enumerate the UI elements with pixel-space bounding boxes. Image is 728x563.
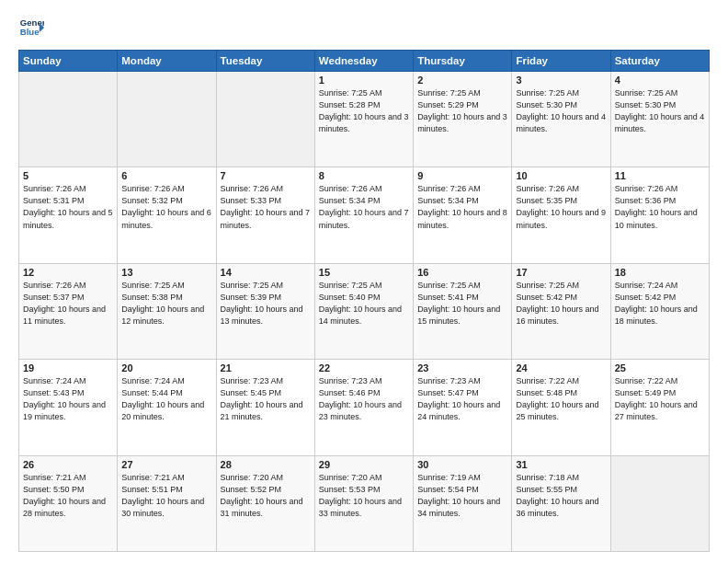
day-number: 27	[121, 459, 211, 470]
weekday-header: Monday	[118, 51, 216, 72]
day-number: 26	[23, 459, 113, 470]
day-info: Sunrise: 7:26 AMSunset: 5:32 PMDaylight:…	[121, 183, 211, 231]
calendar-cell: 11Sunrise: 7:26 AMSunset: 5:36 PMDayligh…	[610, 167, 709, 263]
day-number: 8	[319, 170, 409, 181]
day-number: 29	[319, 459, 409, 470]
calendar-week-row: 26Sunrise: 7:21 AMSunset: 5:50 PMDayligh…	[19, 455, 710, 551]
day-number: 25	[615, 362, 705, 373]
calendar-cell: 18Sunrise: 7:24 AMSunset: 5:42 PMDayligh…	[610, 263, 709, 359]
calendar-cell: 31Sunrise: 7:18 AMSunset: 5:55 PMDayligh…	[512, 455, 610, 551]
day-info: Sunrise: 7:25 AMSunset: 5:30 PMDaylight:…	[615, 87, 705, 135]
calendar-cell: 14Sunrise: 7:25 AMSunset: 5:39 PMDayligh…	[216, 263, 314, 359]
day-number: 12	[23, 267, 113, 278]
calendar-cell: 21Sunrise: 7:23 AMSunset: 5:45 PMDayligh…	[216, 360, 314, 455]
weekday-header: Wednesday	[314, 51, 413, 72]
day-info: Sunrise: 7:23 AMSunset: 5:45 PMDaylight:…	[221, 375, 311, 423]
day-number: 2	[417, 75, 507, 86]
calendar-cell: 25Sunrise: 7:22 AMSunset: 5:49 PMDayligh…	[610, 360, 709, 455]
day-number: 5	[23, 170, 113, 181]
calendar-week-row: 1Sunrise: 7:25 AMSunset: 5:28 PMDaylight…	[19, 72, 710, 167]
day-info: Sunrise: 7:25 AMSunset: 5:40 PMDaylight:…	[319, 280, 409, 327]
day-info: Sunrise: 7:26 AMSunset: 5:37 PMDaylight:…	[23, 280, 113, 327]
logo-icon: General Blue	[18, 15, 44, 40]
day-number: 11	[615, 170, 705, 181]
day-number: 9	[417, 170, 507, 181]
day-number: 28	[221, 459, 311, 470]
calendar-cell: 6Sunrise: 7:26 AMSunset: 5:32 PMDaylight…	[118, 167, 216, 263]
day-info: Sunrise: 7:18 AMSunset: 5:55 PMDaylight:…	[516, 472, 606, 520]
calendar-cell: 8Sunrise: 7:26 AMSunset: 5:34 PMDaylight…	[314, 167, 413, 263]
calendar-cell: 4Sunrise: 7:25 AMSunset: 5:30 PMDaylight…	[610, 72, 709, 167]
calendar-cell	[19, 72, 118, 167]
day-info: Sunrise: 7:21 AMSunset: 5:51 PMDaylight:…	[121, 472, 211, 520]
day-number: 6	[121, 170, 211, 181]
calendar-cell: 13Sunrise: 7:25 AMSunset: 5:38 PMDayligh…	[118, 263, 216, 359]
day-number: 23	[417, 362, 507, 373]
calendar-cell: 28Sunrise: 7:20 AMSunset: 5:52 PMDayligh…	[216, 455, 314, 551]
day-number: 10	[516, 170, 606, 181]
day-info: Sunrise: 7:26 AMSunset: 5:35 PMDaylight:…	[516, 183, 606, 231]
calendar-cell	[610, 455, 709, 551]
calendar-cell: 12Sunrise: 7:26 AMSunset: 5:37 PMDayligh…	[19, 263, 118, 359]
day-info: Sunrise: 7:25 AMSunset: 5:38 PMDaylight:…	[121, 280, 211, 327]
calendar-cell: 22Sunrise: 7:23 AMSunset: 5:46 PMDayligh…	[314, 360, 413, 455]
calendar-cell: 27Sunrise: 7:21 AMSunset: 5:51 PMDayligh…	[118, 455, 216, 551]
day-number: 18	[615, 267, 705, 278]
weekday-header: Sunday	[19, 51, 118, 72]
day-info: Sunrise: 7:21 AMSunset: 5:50 PMDaylight:…	[23, 472, 113, 520]
day-info: Sunrise: 7:24 AMSunset: 5:44 PMDaylight:…	[121, 375, 211, 423]
day-number: 14	[221, 267, 311, 278]
calendar-cell	[118, 72, 216, 167]
calendar-table: SundayMondayTuesdayWednesdayThursdayFrid…	[18, 50, 710, 552]
day-number: 17	[516, 267, 606, 278]
day-number: 24	[516, 362, 606, 373]
day-number: 31	[516, 459, 606, 470]
calendar-cell: 26Sunrise: 7:21 AMSunset: 5:50 PMDayligh…	[19, 455, 118, 551]
calendar-cell: 17Sunrise: 7:25 AMSunset: 5:42 PMDayligh…	[512, 263, 610, 359]
day-info: Sunrise: 7:20 AMSunset: 5:53 PMDaylight:…	[319, 472, 409, 520]
day-info: Sunrise: 7:26 AMSunset: 5:34 PMDaylight:…	[417, 183, 507, 231]
day-info: Sunrise: 7:26 AMSunset: 5:33 PMDaylight:…	[221, 183, 311, 231]
day-info: Sunrise: 7:22 AMSunset: 5:48 PMDaylight:…	[516, 375, 606, 423]
calendar-cell: 29Sunrise: 7:20 AMSunset: 5:53 PMDayligh…	[314, 455, 413, 551]
day-number: 22	[319, 362, 409, 373]
day-number: 19	[23, 362, 113, 373]
calendar-cell: 7Sunrise: 7:26 AMSunset: 5:33 PMDaylight…	[216, 167, 314, 263]
day-info: Sunrise: 7:25 AMSunset: 5:42 PMDaylight:…	[516, 280, 606, 327]
day-number: 30	[417, 459, 507, 470]
calendar-cell: 30Sunrise: 7:19 AMSunset: 5:54 PMDayligh…	[414, 455, 512, 551]
day-number: 4	[615, 75, 705, 86]
weekday-header-row: SundayMondayTuesdayWednesdayThursdayFrid…	[19, 51, 710, 72]
weekday-header: Saturday	[610, 51, 709, 72]
header: General Blue	[18, 15, 710, 40]
calendar-cell: 20Sunrise: 7:24 AMSunset: 5:44 PMDayligh…	[118, 360, 216, 455]
day-number: 7	[221, 170, 311, 181]
weekday-header: Friday	[512, 51, 610, 72]
day-info: Sunrise: 7:25 AMSunset: 5:28 PMDaylight:…	[319, 87, 409, 135]
calendar-week-row: 19Sunrise: 7:24 AMSunset: 5:43 PMDayligh…	[19, 360, 710, 455]
day-number: 1	[319, 75, 409, 86]
calendar-cell	[216, 72, 314, 167]
day-info: Sunrise: 7:22 AMSunset: 5:49 PMDaylight:…	[615, 375, 705, 423]
day-number: 20	[121, 362, 211, 373]
calendar-cell: 9Sunrise: 7:26 AMSunset: 5:34 PMDaylight…	[414, 167, 512, 263]
day-info: Sunrise: 7:20 AMSunset: 5:52 PMDaylight:…	[221, 472, 311, 520]
calendar-cell: 16Sunrise: 7:25 AMSunset: 5:41 PMDayligh…	[414, 263, 512, 359]
day-info: Sunrise: 7:26 AMSunset: 5:31 PMDaylight:…	[23, 183, 113, 231]
day-info: Sunrise: 7:24 AMSunset: 5:42 PMDaylight:…	[615, 280, 705, 327]
calendar-cell: 1Sunrise: 7:25 AMSunset: 5:28 PMDaylight…	[314, 72, 413, 167]
day-number: 13	[121, 267, 211, 278]
calendar-cell: 15Sunrise: 7:25 AMSunset: 5:40 PMDayligh…	[314, 263, 413, 359]
calendar-cell: 3Sunrise: 7:25 AMSunset: 5:30 PMDaylight…	[512, 72, 610, 167]
day-number: 16	[417, 267, 507, 278]
day-info: Sunrise: 7:25 AMSunset: 5:30 PMDaylight:…	[516, 87, 606, 135]
weekday-header: Tuesday	[216, 51, 314, 72]
calendar-cell: 23Sunrise: 7:23 AMSunset: 5:47 PMDayligh…	[414, 360, 512, 455]
calendar-week-row: 12Sunrise: 7:26 AMSunset: 5:37 PMDayligh…	[19, 263, 710, 359]
day-number: 21	[221, 362, 311, 373]
day-info: Sunrise: 7:25 AMSunset: 5:39 PMDaylight:…	[221, 280, 311, 327]
day-info: Sunrise: 7:26 AMSunset: 5:34 PMDaylight:…	[319, 183, 409, 231]
day-number: 3	[516, 75, 606, 86]
day-info: Sunrise: 7:19 AMSunset: 5:54 PMDaylight:…	[417, 472, 507, 520]
day-info: Sunrise: 7:25 AMSunset: 5:41 PMDaylight:…	[417, 280, 507, 327]
